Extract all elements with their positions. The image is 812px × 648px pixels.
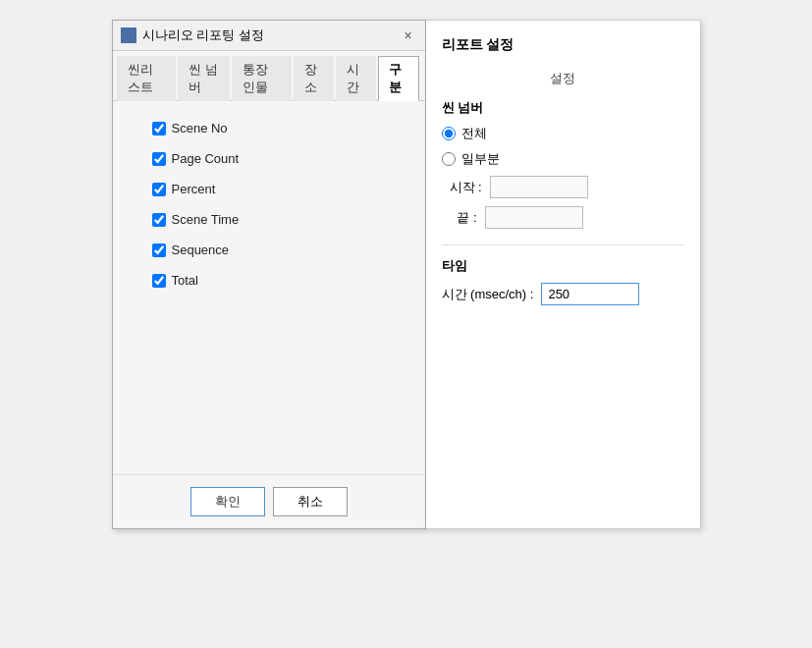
- cancel-button[interactable]: 취소: [273, 487, 348, 516]
- radio-partial-label: 일부분: [461, 150, 500, 168]
- dialog-container: 시나리오 리포팅 설정 × 씬리스트 씬 넘버 통장인물 장소 시간 구분 Sc…: [112, 20, 701, 529]
- checkbox-percent-input[interactable]: [152, 183, 166, 196]
- checkbox-list: Scene No Page Count Percent Scene Time S…: [113, 101, 425, 474]
- tab-scenenum[interactable]: 씬 넘버: [178, 56, 231, 101]
- divider: [442, 244, 684, 245]
- tab-time[interactable]: 시간: [336, 56, 376, 101]
- settings-header: 설정: [442, 70, 684, 87]
- tab-section[interactable]: 구분: [378, 56, 418, 101]
- start-row: 시작 :: [442, 176, 684, 198]
- tab-characters[interactable]: 통장인물: [232, 56, 291, 101]
- time-section: 타임 시간 (msec/ch) :: [442, 257, 684, 305]
- time-msec-label: 시간 (msec/ch) :: [442, 286, 534, 303]
- radio-all-label: 전체: [461, 125, 487, 142]
- checkbox-scene-no-input[interactable]: [152, 122, 166, 135]
- checkbox-percent: Percent: [152, 182, 386, 196]
- tab-scenelist[interactable]: 씬리스트: [117, 56, 176, 101]
- radio-partial-item: 일부분: [442, 150, 684, 168]
- end-input[interactable]: [485, 206, 583, 229]
- start-label: 시작 :: [450, 179, 482, 196]
- end-row: 끝 :: [442, 206, 684, 229]
- checkbox-page-count: Page Count: [152, 151, 386, 166]
- end-label: 끝 :: [450, 209, 477, 227]
- right-panel: 리포트 설정 설정 씬 넘버 전체 일부분 시작 : 끝 :: [426, 20, 701, 529]
- checkbox-total-label: Total: [172, 273, 198, 288]
- dialog-buttons: 확인 취소: [113, 474, 425, 528]
- checkbox-scene-no-label: Scene No: [172, 121, 228, 135]
- checkbox-sequence: Sequence: [152, 243, 386, 257]
- time-label: 타임: [442, 257, 684, 275]
- ok-button[interactable]: 확인: [190, 487, 265, 516]
- time-input-row: 시간 (msec/ch) :: [442, 283, 684, 305]
- checkbox-sequence-label: Sequence: [172, 243, 230, 257]
- checkbox-scene-no: Scene No: [152, 121, 386, 135]
- checkbox-percent-label: Percent: [172, 182, 216, 196]
- checkbox-total: Total: [152, 273, 386, 288]
- checkbox-scene-time: Scene Time: [152, 212, 386, 227]
- start-input[interactable]: [490, 176, 588, 198]
- radio-all-input[interactable]: [442, 127, 456, 140]
- scene-number-label: 씬 넘버: [442, 99, 684, 117]
- checkbox-page-count-label: Page Count: [172, 151, 240, 166]
- checkbox-page-count-input[interactable]: [152, 152, 166, 166]
- title-bar: 시나리오 리포팅 설정 ×: [113, 21, 425, 51]
- right-panel-title: 리포트 설정: [442, 36, 684, 54]
- dialog-icon: [121, 27, 136, 43]
- radio-all-item: 전체: [442, 125, 684, 142]
- left-dialog: 시나리오 리포팅 설정 × 씬리스트 씬 넘버 통장인물 장소 시간 구분 Sc…: [112, 20, 426, 529]
- dialog-title: 시나리오 리포팅 설정: [142, 27, 264, 44]
- settings-section: 설정 씬 넘버 전체 일부분 시작 : 끝 :: [442, 70, 684, 229]
- checkbox-scene-time-input[interactable]: [152, 213, 166, 227]
- time-input[interactable]: [541, 283, 639, 305]
- checkbox-sequence-input[interactable]: [152, 243, 166, 257]
- checkbox-scene-time-label: Scene Time: [172, 212, 240, 227]
- radio-partial-input[interactable]: [442, 152, 456, 166]
- tab-bar: 씬리스트 씬 넘버 통장인물 장소 시간 구분: [113, 51, 425, 101]
- checkbox-total-input[interactable]: [152, 274, 166, 288]
- close-button[interactable]: ×: [400, 27, 417, 44]
- tab-location[interactable]: 장소: [294, 56, 334, 101]
